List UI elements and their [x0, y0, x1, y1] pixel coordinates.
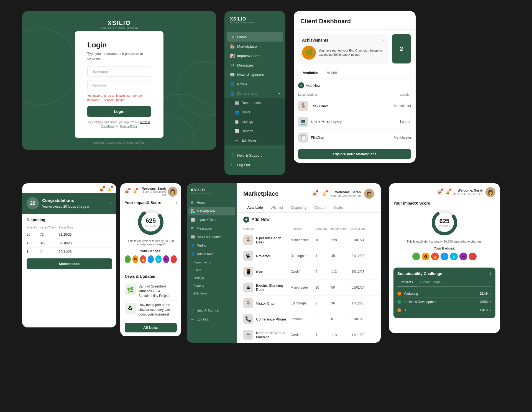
sidebar-item-departments[interactable]: 🏢 Departments — [224, 98, 285, 108]
mid-item-news[interactable]: 📰 News & Updates — [187, 233, 237, 241]
sidebar-item-profile[interactable]: 👤 Profile — [224, 79, 285, 89]
close-icon[interactable]: ✕ — [109, 201, 112, 205]
add-new-row[interactable]: + Add New — [237, 213, 381, 225]
achievements-title: Achievements — [302, 38, 328, 42]
notification-badge-2[interactable]: 🔔 3 — [106, 187, 112, 193]
listing-row[interactable]: 📋 FlipChart Manchester — [294, 129, 416, 145]
sustain-tab-closedloops[interactable]: Closed Loops — [417, 279, 444, 286]
info-icon[interactable]: ℹ — [383, 38, 385, 42]
all-news-button[interactable]: All News — [125, 323, 177, 332]
mid-item-profile[interactable]: 👤 Profile — [187, 241, 237, 250]
sustain-dot — [397, 300, 401, 304]
sidebar-item-logout[interactable]: ← Log Out — [224, 160, 285, 169]
explore-marketplace-button[interactable]: Explore your Marketplace — [298, 149, 411, 159]
login-error: You have entered an invalid username or … — [87, 94, 151, 102]
sidebar-item-messages[interactable]: ✉ Messages — [224, 60, 285, 70]
sidebar-item-reports[interactable]: 📈 Reports — [224, 126, 285, 136]
notification-badge[interactable]: 📦 1 — [312, 191, 318, 197]
listing-row[interactable]: 🪑 6 person Bench Desk Manchester 10 228 … — [237, 232, 381, 248]
marketplace-link[interactable]: Marketplace — [27, 258, 112, 269]
sidebar-logo: XSILIO Enabling a circular economy — [224, 17, 285, 29]
listing-name-cell: 📽 Projector — [243, 251, 288, 261]
tab-drafts[interactable]: Drafts — [329, 203, 347, 212]
mid-item-listings[interactable]: Listings — [187, 274, 237, 282]
sustain-tab-impactx[interactable]: impactX — [397, 279, 417, 286]
sidebar-item-marketplace[interactable]: 🏪 Marketplace — [224, 42, 285, 51]
tab-closed[interactable]: Closed — [310, 203, 329, 212]
listing-row[interactable]: 🪑 Task Chair Manchester — [294, 98, 416, 114]
trend-down-icon: ▼ — [489, 300, 492, 303]
listing-row[interactable]: 💻 Dell XPS 13 Laptop London — [294, 114, 416, 129]
listing-thumb: 📋 — [298, 133, 308, 143]
sidebar-item-impactx[interactable]: 📊 impactX Score — [224, 51, 285, 60]
sidebar-item-users[interactable]: 👥 Users — [224, 108, 285, 117]
sidebar-label-marketplace: Marketplace — [237, 44, 257, 49]
user-avatar: 👩 — [485, 187, 495, 197]
notification-badge[interactable]: 📦 1 — [124, 189, 130, 195]
listing-row[interactable]: 📞 Conference Phone London 3 81 01/01/23 — [237, 311, 381, 327]
mid-item-admin[interactable]: 👤 Admin menu ▾ — [187, 250, 237, 258]
mid-item-logout[interactable]: ← Log Out — [187, 315, 237, 324]
help-icon: ❓ — [191, 309, 195, 313]
add-new-button[interactable]: + Add New — [298, 82, 411, 88]
tab-available[interactable]: Available — [243, 203, 267, 212]
mid-item-help[interactable]: ❓ Help & Support — [187, 306, 237, 315]
notification-badge[interactable]: 🔔 2 — [321, 191, 327, 197]
info-icon[interactable]: ℹ — [490, 272, 492, 276]
score-donut: 625 KG CO2e — [125, 208, 177, 236]
listing-row[interactable]: 🪑 Visitor Chair Edinburgh 2 36 17/12/23 — [237, 295, 381, 311]
info-icon[interactable]: ℹ — [176, 201, 177, 205]
listings-icon: 📋 — [234, 119, 239, 124]
mid-item-marketplace[interactable]: 🏪 Marketplace — [188, 207, 235, 215]
login-button[interactable]: Login — [87, 106, 151, 117]
sidebar-item-admin[interactable]: 👤 Admin menu ▾ — [224, 89, 285, 98]
sidebar-item-help[interactable]: ❓ Help & Support — [224, 151, 285, 160]
donut-chart: 625 KG CO2e — [431, 209, 458, 236]
score-description: This is equivalent to nearly 80,000 smar… — [125, 239, 177, 246]
sidebar-item-editnews[interactable]: ✏ Edit News — [224, 136, 285, 145]
notification-badge[interactable]: 🔔 3 — [132, 189, 138, 195]
listing-name-cell: 🪑 Visitor Chair — [243, 298, 288, 308]
mid-sidebar: XSILIO Enabling a circular economy ⊞ Hom… — [187, 183, 237, 343]
username-input[interactable] — [87, 67, 151, 77]
mid-item-reports[interactable]: Reports — [187, 282, 237, 289]
listing-thumb: 💻 — [298, 117, 308, 127]
news-title: News & Updates — [125, 274, 177, 279]
notification-badge-1[interactable]: 📦 1 — [99, 187, 105, 193]
tab-wishlist[interactable]: Wishlist — [323, 68, 344, 78]
mid-item-messages[interactable]: ✉ Messages — [187, 224, 237, 233]
privacy-link[interactable]: Privacy Policy — [120, 125, 137, 128]
top-header: 📦 1 🔔 3 Welcome, Sarah Bank of Greenfiel… — [120, 183, 181, 197]
tab-disposing[interactable]: Disposing — [287, 203, 310, 212]
listing-row[interactable]: 📽 Projector Birmingham 1 45 31/12/23 — [237, 248, 381, 264]
mid-item-impactx[interactable]: 📊 impactX Score — [187, 215, 237, 224]
mid-item-home[interactable]: ⊞ Home — [187, 198, 237, 207]
sidebar-item-news[interactable]: 📰 News & Updates — [224, 70, 285, 79]
listing-thumb: ☕ — [243, 330, 253, 340]
listing-thumb: 🖥 — [243, 283, 253, 293]
listing-row[interactable]: 📱 iPad Cardiff 6 113 15/12/23 — [237, 264, 381, 279]
right-score-section: Your impactX Score ℹ 625 KG CO2e This is… — [389, 197, 500, 268]
login-copyright: Copyright © XSILIO 2023. All Rights Rese… — [93, 141, 145, 144]
password-input[interactable] — [87, 80, 151, 90]
mid-sidebar-bottom: ❓ Help & Support ← Log Out — [187, 301, 237, 324]
notification-badge[interactable]: 📦 1 — [436, 189, 443, 195]
reports-icon: 📈 — [234, 129, 239, 133]
tab-wishlist[interactable]: Wishlist — [267, 203, 287, 212]
listing-row[interactable]: ☕ Nespresso Vertuo Machine Cardiff 1 113… — [237, 327, 381, 343]
info-icon[interactable]: ℹ — [494, 202, 495, 205]
mid-item-departments[interactable]: Departments — [187, 258, 237, 266]
sidebar-label-admin: Admin menu — [237, 91, 257, 96]
sidebar-item-listings[interactable]: 📋 Listings — [224, 117, 285, 126]
listing-row[interactable]: 🖥 Electric Standing Desk Manchester 20 5… — [237, 279, 381, 295]
mid-item-editnews[interactable]: Edit News — [187, 289, 237, 297]
divider — [190, 299, 233, 299]
messages-icon: ✉ — [230, 63, 234, 67]
add-new-label: Add New — [252, 217, 270, 222]
tab-available[interactable]: Available — [298, 68, 323, 78]
logout-icon: ← — [191, 317, 195, 321]
mid-item-users[interactable]: Users — [187, 266, 237, 274]
notification-badge[interactable]: 🔔 2 — [445, 189, 451, 195]
sidebar-item-home[interactable]: ⊞ Home — [227, 32, 283, 42]
sustain-row: IT 1913 ▲ — [397, 306, 492, 314]
